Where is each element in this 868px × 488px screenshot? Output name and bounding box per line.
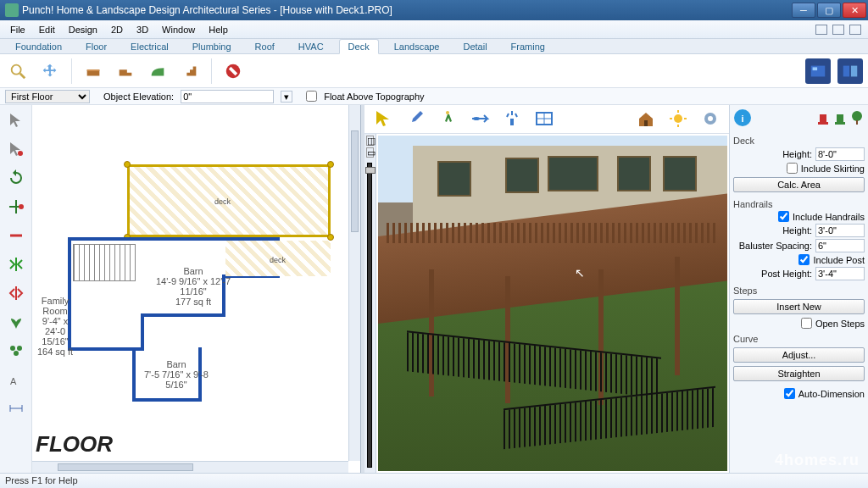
mdi-restore-icon[interactable] — [832, 25, 844, 35]
menu-2d[interactable]: 2D — [104, 23, 130, 36]
scrollbar-vertical[interactable] — [348, 105, 360, 461]
view-split-icon[interactable]: ◫ — [366, 136, 374, 146]
settings-3d-icon[interactable] — [700, 108, 721, 130]
dimension-tool-icon[interactable] — [4, 396, 28, 420]
floorplan-2d-pane[interactable]: deck deck Ba — [32, 105, 361, 473]
select-tool-icon[interactable] — [4, 108, 28, 132]
tree-icon[interactable] — [849, 110, 865, 127]
view-3d-canvas[interactable]: ↖ — [378, 136, 727, 471]
include-post-checkbox[interactable] — [798, 254, 810, 265]
elevation-slider[interactable] — [367, 163, 372, 468]
sun-icon[interactable] — [668, 108, 688, 130]
tab-foundation[interactable]: Foundation — [7, 40, 70, 53]
minimize-button[interactable]: ─ — [792, 3, 815, 18]
delete-icon[interactable] — [220, 58, 246, 84]
selection-handle[interactable] — [327, 161, 334, 168]
property-bar: First Floor Object Elevation: ▾ Float Ab… — [0, 88, 868, 105]
view-single-icon[interactable]: ▭ — [366, 147, 374, 158]
tab-detail[interactable]: Detail — [454, 40, 495, 53]
plant-tool-icon[interactable] — [4, 310, 28, 334]
menu-edit[interactable]: Edit — [32, 23, 62, 36]
elevation-slider-thumb[interactable] — [365, 167, 376, 174]
selection-handle[interactable] — [124, 161, 131, 168]
deck-curved-icon[interactable] — [145, 58, 170, 84]
select-similar-icon[interactable] — [4, 137, 28, 161]
auto-dimension-checkbox[interactable] — [784, 388, 795, 399]
layout-2d-icon[interactable] — [805, 58, 831, 84]
pointer-3d-icon[interactable] — [373, 108, 393, 130]
info-icon[interactable]: i — [733, 108, 752, 129]
window-title: Punch! Home & Landscape Design Architect… — [22, 4, 792, 16]
red-chair-icon[interactable] — [815, 110, 831, 127]
svg-point-30 — [674, 114, 682, 123]
object-elevation-input[interactable] — [181, 90, 274, 103]
menu-file[interactable]: File — [3, 23, 32, 36]
menu-3d[interactable]: 3D — [130, 23, 155, 36]
deck-height-label: Height: — [733, 149, 812, 159]
category-bar: Foundation Floor Electrical Plumbing Roo… — [0, 39, 868, 54]
deck-rect-icon[interactable] — [81, 58, 106, 84]
svg-point-23 — [446, 111, 449, 114]
maximize-button[interactable]: ▢ — [817, 3, 841, 18]
fly-icon[interactable] — [470, 108, 490, 130]
eyedropper-icon[interactable] — [405, 108, 426, 130]
tab-landscape[interactable]: Landscape — [386, 40, 448, 53]
svg-point-0 — [12, 64, 21, 74]
include-handrails-checkbox[interactable] — [778, 211, 789, 222]
float-topo-label: Float Above Topography — [324, 92, 424, 102]
include-post-label: Include Post — [813, 255, 865, 265]
insert-new-button[interactable]: Insert New — [733, 299, 865, 314]
tab-hvac[interactable]: HVAC — [290, 40, 332, 53]
floorplan-overlay-icon[interactable] — [534, 108, 554, 130]
deck-selection[interactable]: deck — [127, 164, 331, 237]
include-skirting-checkbox[interactable] — [787, 163, 798, 174]
float-topo-checkbox[interactable] — [306, 91, 317, 102]
plant-brush-icon[interactable] — [4, 339, 28, 363]
pan-tool-icon[interactable] — [37, 58, 63, 84]
layout-split-icon[interactable] — [837, 58, 863, 84]
handrail-height-label: Height: — [733, 225, 812, 236]
house-icon[interactable] — [636, 108, 656, 130]
svg-text:A: A — [10, 376, 17, 386]
elevation-dropdown-icon[interactable]: ▾ — [281, 91, 292, 103]
window-titlebar: Punch! Home & Landscape Design Architect… — [0, 0, 868, 20]
mirror-out-icon[interactable] — [4, 281, 28, 305]
calc-area-button[interactable]: Calc. Area — [733, 177, 865, 192]
straighten-button[interactable]: Straighten — [733, 366, 865, 381]
open-steps-checkbox[interactable] — [801, 318, 812, 329]
svg-line-1 — [20, 73, 25, 78]
sprinkler-icon[interactable] — [502, 108, 522, 130]
green-chair-icon[interactable] — [832, 110, 848, 127]
menu-design[interactable]: Design — [62, 23, 104, 36]
break-tool-icon[interactable] — [4, 224, 28, 247]
level-selector[interactable]: First Floor — [5, 90, 90, 103]
mdi-minimize-icon[interactable] — [815, 25, 827, 35]
handrail-height-input[interactable] — [815, 224, 865, 237]
move-tool-icon[interactable] — [4, 195, 28, 219]
tab-plumbing[interactable]: Plumbing — [184, 40, 240, 53]
tab-electrical[interactable]: Electrical — [122, 40, 177, 53]
menu-window[interactable]: Window — [155, 23, 202, 36]
deck-stairs-icon[interactable] — [177, 58, 203, 84]
selection-handle[interactable] — [327, 234, 334, 241]
deck-poly-icon[interactable] — [113, 58, 138, 84]
close-button[interactable]: ✕ — [843, 3, 866, 18]
view-3d-left-gutter[interactable]: ◫ ▭ — [364, 134, 376, 473]
mdi-close-icon[interactable] — [849, 25, 861, 35]
scrollbar-horizontal[interactable] — [32, 461, 348, 473]
tab-deck[interactable]: Deck — [339, 39, 379, 54]
tab-roof[interactable]: Roof — [247, 40, 283, 53]
zoom-tool-icon[interactable] — [5, 58, 31, 84]
svg-rect-29 — [644, 120, 648, 126]
tab-floor[interactable]: Floor — [77, 40, 115, 53]
walk-icon[interactable] — [437, 108, 458, 130]
baluster-spacing-input[interactable] — [815, 239, 865, 252]
text-tool-icon[interactable]: A — [4, 368, 28, 391]
mirror-in-icon[interactable] — [4, 252, 28, 276]
menu-help[interactable]: Help — [202, 23, 235, 36]
tab-framing[interactable]: Framing — [503, 40, 554, 53]
deck-height-input[interactable] — [815, 147, 865, 161]
adjust-button[interactable]: Adjust... — [733, 347, 865, 363]
rotate-tool-icon[interactable] — [4, 166, 28, 190]
post-height-input[interactable] — [815, 267, 865, 280]
